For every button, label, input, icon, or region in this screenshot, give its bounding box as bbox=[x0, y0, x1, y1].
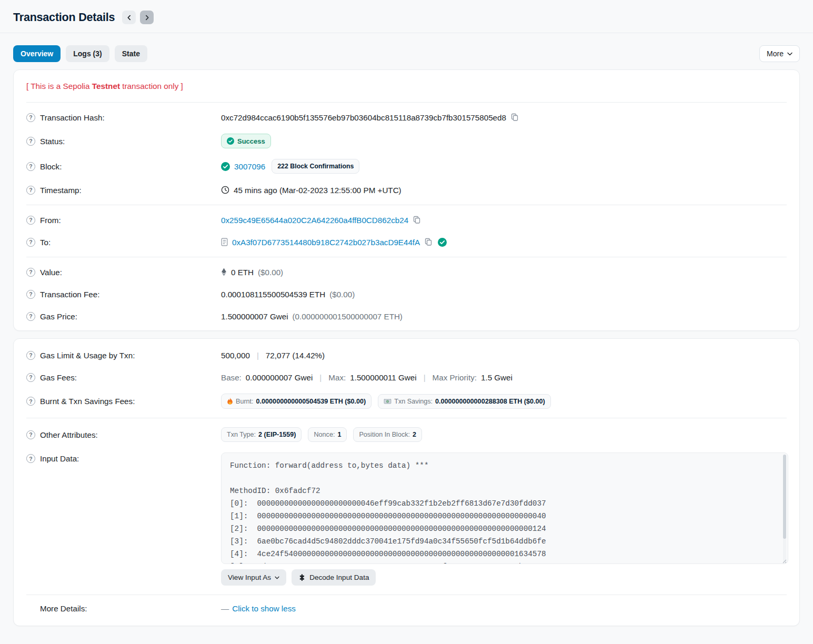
row-more-details: More Details: — Click to show less bbox=[26, 599, 787, 622]
cash-icon bbox=[384, 398, 392, 405]
overview-card-primary: [ This is a Sepolia Testnet transaction … bbox=[13, 69, 800, 331]
help-icon[interactable]: ? bbox=[26, 397, 35, 406]
txn-savings-value: 0.000000000000288308 ETH ($0.00) bbox=[435, 398, 545, 405]
max-fee-label: Max: bbox=[328, 373, 346, 382]
field-label: Gas Limit & Usage by Txn: bbox=[40, 351, 135, 360]
help-icon[interactable]: ? bbox=[26, 113, 35, 122]
base-fee-label: Base: bbox=[221, 373, 242, 382]
testnet-notice: [ This is a Sepolia Testnet transaction … bbox=[26, 73, 787, 98]
copy-to-address-button[interactable] bbox=[424, 238, 433, 246]
row-transaction-fee: ? Transaction Fee: 0.000108115500504539 … bbox=[26, 283, 787, 305]
from-address-link[interactable]: 0x259c49E65644a020C2A642260a4ffB0CD862cb… bbox=[221, 216, 408, 225]
max-fee-value: 1.500000011 Gwei bbox=[350, 373, 416, 382]
row-to: ? To: 0xA3f07D6773514480b918C2742b027b3a… bbox=[26, 231, 787, 253]
to-address-link[interactable]: 0xA3f07D6773514480b918C2742b027b3acD9E44… bbox=[232, 238, 420, 247]
next-txn-button[interactable] bbox=[140, 11, 154, 24]
help-icon[interactable]: ? bbox=[26, 373, 35, 382]
row-gas-price: ? Gas Price: 1.500000007 Gwei (0.0000000… bbox=[26, 305, 787, 327]
field-label: Input Data: bbox=[40, 454, 79, 463]
separator: | bbox=[317, 373, 324, 382]
row-input-data: ? Input Data: Function: forward(address … bbox=[26, 447, 787, 591]
field-label: Other Attributes: bbox=[40, 430, 98, 439]
timestamp-value: 45 mins ago (Mar-02-2023 12:55:00 PM +UT… bbox=[234, 186, 402, 195]
help-icon[interactable]: ? bbox=[26, 290, 35, 299]
chevron-down-icon bbox=[275, 576, 279, 579]
tab-logs[interactable]: Logs (3) bbox=[66, 45, 109, 62]
dash: — bbox=[221, 604, 229, 613]
help-icon[interactable]: ? bbox=[26, 238, 35, 247]
burnt-fees-badge: Burnt: 0.000000000000504539 ETH ($0.00) bbox=[221, 394, 372, 409]
input-data-scrollbar[interactable] bbox=[783, 455, 786, 562]
show-less-link[interactable]: Click to show less bbox=[232, 604, 296, 613]
chevron-left-icon bbox=[126, 15, 132, 21]
fee-usd: ($0.00) bbox=[329, 290, 355, 299]
resize-grip-icon[interactable] bbox=[780, 556, 787, 562]
txn-savings-badge: Txn Savings: 0.000000000000288308 ETH ($… bbox=[378, 394, 550, 409]
position-in-block-badge: Position In Block: 2 bbox=[353, 427, 422, 442]
help-icon[interactable]: ? bbox=[26, 351, 35, 360]
separator: | bbox=[421, 373, 428, 382]
field-label: Block: bbox=[40, 162, 62, 171]
field-label: To: bbox=[40, 238, 51, 247]
page-title: Transaction Details bbox=[13, 11, 115, 24]
divider bbox=[26, 102, 787, 103]
divider bbox=[26, 257, 787, 257]
overview-card-secondary: ? Gas Limit & Usage by Txn: 500,000 | 72… bbox=[13, 338, 800, 626]
copy-from-address-button[interactable] bbox=[413, 216, 421, 224]
row-block: ? Block: 3007096 222 Block Confirmations bbox=[26, 154, 787, 179]
contract-document-icon bbox=[221, 238, 228, 246]
input-data-line bbox=[230, 472, 779, 485]
txn-nav bbox=[122, 11, 154, 24]
puzzle-icon bbox=[298, 574, 306, 581]
field-label: From: bbox=[40, 216, 61, 225]
tab-list: Overview Logs (3) State bbox=[13, 45, 147, 62]
row-value: ? Value: 0 ETH ($0.00) bbox=[26, 261, 787, 283]
input-data-line: MethodID: 0x6fadcf72 bbox=[230, 485, 779, 497]
help-icon[interactable]: ? bbox=[26, 454, 35, 463]
position-label: Position In Block: bbox=[359, 431, 410, 438]
view-input-as-button[interactable]: View Input As bbox=[221, 569, 286, 586]
input-data-box[interactable]: Function: forward(address to,bytes data)… bbox=[221, 452, 788, 564]
more-label: More bbox=[767, 49, 784, 58]
row-transaction-hash: ? Transaction Hash: 0xc72d984ccac6190b5f… bbox=[26, 106, 787, 128]
notice-emphasis: Testnet bbox=[92, 82, 120, 90]
txn-type-value: 2 (EIP-1559) bbox=[258, 431, 296, 438]
input-data-line: [4]: 4ce24f54000000000000000000000000000… bbox=[230, 548, 779, 560]
more-dropdown-button[interactable]: More bbox=[759, 45, 800, 62]
previous-txn-button[interactable] bbox=[122, 11, 136, 24]
notice-prefix: [ This is a Sepolia bbox=[26, 82, 92, 90]
gas-usage-value: 72,077 (14.42%) bbox=[266, 351, 325, 360]
help-icon[interactable]: ? bbox=[26, 312, 35, 321]
help-icon[interactable]: ? bbox=[26, 268, 35, 277]
help-icon[interactable]: ? bbox=[26, 137, 35, 146]
help-icon[interactable]: ? bbox=[26, 186, 35, 195]
page-header: Transaction Details bbox=[0, 0, 813, 33]
max-priority-fee-label: Max Priority: bbox=[433, 373, 477, 382]
scrollbar-thumb[interactable] bbox=[783, 455, 786, 539]
help-icon[interactable]: ? bbox=[26, 430, 35, 439]
row-gas-fees: ? Gas Fees: Base: 0.000000007 Gwei | Max… bbox=[26, 366, 787, 388]
copy-hash-button[interactable] bbox=[510, 113, 519, 122]
nonce-value: 1 bbox=[337, 431, 341, 438]
flame-icon bbox=[227, 397, 233, 405]
input-data-line: [2]: 00000000000000000000000000000000000… bbox=[230, 522, 779, 535]
burnt-label: Burnt: bbox=[236, 398, 254, 405]
gas-price-eth: (0.000000001500000007 ETH) bbox=[293, 312, 403, 321]
row-gas-limit-usage: ? Gas Limit & Usage by Txn: 500,000 | 72… bbox=[26, 344, 787, 366]
field-label: Gas Price: bbox=[40, 312, 77, 321]
tab-overview[interactable]: Overview bbox=[13, 45, 61, 62]
input-data-line: [1]: 00000000000000000000000000000000000… bbox=[230, 510, 779, 522]
row-from: ? From: 0x259c49E65644a020C2A642260a4ffB… bbox=[26, 209, 787, 231]
check-circle-icon bbox=[227, 137, 234, 145]
help-icon[interactable]: ? bbox=[26, 216, 35, 225]
tab-state[interactable]: State bbox=[115, 45, 147, 62]
gas-price-gwei: 1.500000007 Gwei bbox=[221, 312, 288, 321]
max-priority-fee-value: 1.5 Gwei bbox=[481, 373, 513, 382]
help-icon[interactable]: ? bbox=[26, 162, 35, 171]
decode-input-data-button[interactable]: Decode Input Data bbox=[292, 569, 376, 586]
nonce-label: Nonce: bbox=[314, 431, 335, 438]
position-value: 2 bbox=[413, 431, 416, 438]
block-number-link[interactable]: 3007096 bbox=[234, 162, 265, 171]
fee-amount: 0.000108115500504539 ETH bbox=[221, 290, 325, 299]
txn-type-badge: Txn Type: 2 (EIP-1559) bbox=[221, 427, 302, 442]
